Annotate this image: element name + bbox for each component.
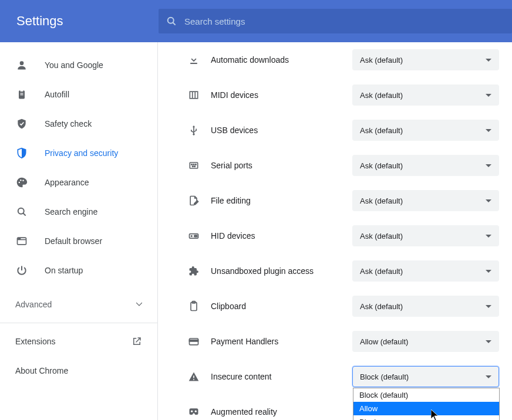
permission-select-value: Ask (default) — [360, 91, 403, 100]
permission-label: File editing — [211, 196, 352, 205]
permission-select[interactable]: Ask (default) — [352, 296, 499, 317]
serial-icon — [187, 159, 200, 172]
dropdown-arrow-icon — [486, 164, 491, 167]
svg-rect-5 — [21, 93, 23, 94]
app-header: Settings Search settings — [0, 0, 512, 42]
svg-rect-4 — [21, 90, 23, 92]
dropdown-option[interactable]: Block (default) — [353, 388, 499, 402]
browser-icon — [15, 235, 28, 248]
svg-rect-33 — [193, 379, 194, 380]
permission-label: USB devices — [211, 126, 352, 135]
sidebar-advanced-label: Advanced — [15, 300, 52, 309]
download-icon — [187, 53, 200, 66]
sidebar-advanced-toggle[interactable]: Advanced — [0, 290, 157, 319]
file-edit-icon — [187, 194, 200, 207]
svg-rect-32 — [193, 375, 194, 378]
main-content: Automatic downloadsAsk (default)MIDI dev… — [158, 42, 512, 420]
sidebar-item-label: Search engine — [45, 207, 97, 216]
permission-select[interactable]: Block (default)Block (default)AllowBlock — [352, 366, 499, 387]
person-icon — [15, 59, 28, 72]
warning-icon — [187, 370, 200, 383]
svg-point-23 — [193, 166, 194, 167]
search-input[interactable]: Search settings — [159, 9, 512, 33]
svg-rect-27 — [194, 235, 197, 237]
permission-select-value: Block (default) — [360, 372, 409, 381]
sidebar-item-label: You and Google — [45, 60, 103, 70]
permission-row-file-editing: File editingAsk (default) — [187, 183, 499, 218]
search-icon — [15, 205, 28, 218]
permission-select[interactable]: Ask (default) — [352, 190, 499, 211]
sidebar-item-on-startup[interactable]: On startup — [0, 256, 157, 285]
clipboard-icon — [15, 88, 28, 101]
permission-label: Serial ports — [211, 161, 352, 170]
permission-select-value: Ask (default) — [360, 267, 403, 276]
midi-icon — [187, 89, 200, 101]
svg-rect-15 — [190, 63, 197, 64]
sidebar-item-safety-check[interactable]: Safety check — [0, 109, 157, 138]
permission-select-value: Ask (default) — [360, 56, 403, 65]
permission-select-value: Allow (default) — [360, 337, 408, 346]
permission-row-midi-devices: MIDI devicesAsk (default) — [187, 77, 499, 113]
svg-point-34 — [191, 411, 193, 412]
permission-select-value: Ask (default) — [360, 197, 403, 205]
permission-select[interactable]: Ask (default) — [352, 155, 499, 176]
sidebar: You and GoogleAutofillSafety checkPrivac… — [0, 42, 158, 420]
dropdown-option[interactable]: Block — [353, 415, 499, 420]
dropdown-arrow-icon — [486, 305, 491, 308]
external-link-icon — [132, 336, 142, 347]
hid-icon — [187, 229, 200, 242]
shield-icon — [15, 147, 28, 160]
svg-point-20 — [191, 164, 193, 165]
permission-select[interactable]: Ask (default) — [352, 49, 499, 70]
sidebar-item-you-and-google[interactable]: You and Google — [0, 50, 157, 80]
dropdown-option[interactable]: Allow — [353, 402, 499, 415]
dropdown-arrow-icon — [486, 270, 491, 273]
sidebar-item-default-browser[interactable]: Default browser — [0, 226, 157, 256]
permission-select[interactable]: Ask (default) — [352, 225, 499, 246]
dropdown-arrow-icon — [486, 375, 491, 378]
permission-row-hid-devices: HID devicesAsk (default) — [187, 218, 499, 253]
svg-point-24 — [194, 166, 196, 167]
dropdown-arrow-icon — [486, 340, 491, 343]
usb-icon — [187, 124, 200, 137]
permission-row-insecure-content: Insecure contentBlock (default)Block (de… — [187, 359, 499, 394]
permission-label: Unsandboxed plugin access — [211, 266, 352, 276]
clipboard-o-icon — [187, 300, 200, 313]
sidebar-item-appearance[interactable]: Appearance — [0, 168, 157, 197]
svg-rect-16 — [190, 92, 197, 99]
search-icon — [166, 15, 177, 27]
puzzle-icon — [187, 265, 200, 277]
svg-point-10 — [18, 208, 24, 214]
permission-select[interactable]: Ask (default) — [352, 260, 499, 282]
shield-check-icon — [15, 117, 28, 130]
svg-point-8 — [20, 179, 22, 181]
sidebar-item-label: Privacy and security — [45, 148, 118, 158]
permission-select[interactable]: Allow (default) — [352, 331, 499, 352]
sidebar-extensions-label: Extensions — [15, 337, 55, 346]
sidebar-link-extensions[interactable]: Extensions — [0, 327, 157, 356]
permission-row-clipboard: ClipboardAsk (default) — [187, 289, 499, 324]
sidebar-item-privacy-and-security[interactable]: Privacy and security — [0, 138, 157, 168]
svg-point-22 — [196, 164, 197, 165]
permission-select[interactable]: Ask (default) — [352, 120, 499, 141]
svg-rect-31 — [190, 340, 198, 342]
svg-point-2 — [20, 61, 24, 65]
sidebar-divider — [0, 323, 157, 323]
svg-point-0 — [168, 18, 174, 23]
sidebar-about-label: About Chrome — [15, 366, 68, 375]
svg-point-21 — [193, 164, 194, 165]
power-icon — [15, 264, 28, 277]
permission-select-value: Ask (default) — [360, 161, 403, 170]
permission-row-payment-handlers: Payment HandlersAllow (default) — [187, 324, 499, 359]
dropdown-arrow-icon — [486, 235, 491, 238]
permission-select[interactable]: Ask (default) — [352, 84, 499, 106]
cursor-icon — [431, 409, 439, 420]
permission-label: HID devices — [211, 231, 352, 241]
permission-select-value: Ask (default) — [360, 126, 403, 135]
sidebar-item-search-engine[interactable]: Search engine — [0, 197, 157, 226]
sidebar-link-about[interactable]: About Chrome — [0, 356, 157, 385]
permission-label: Payment Handlers — [211, 337, 352, 346]
svg-point-7 — [19, 182, 20, 184]
card-icon — [187, 335, 200, 348]
sidebar-item-autofill[interactable]: Autofill — [0, 80, 157, 109]
